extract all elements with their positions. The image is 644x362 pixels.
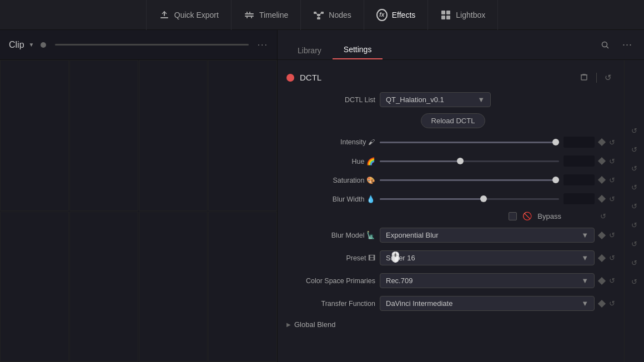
nav-nodes[interactable]: Nodes [301,0,364,30]
reload-dctl-btn[interactable]: Reload DCTL [421,113,486,128]
transfer-fn-keyframe-btn[interactable] [598,299,606,307]
reset-intensity[interactable]: ↺ [625,121,644,140]
reset-bypass-icon[interactable]: ↺ [631,202,637,210]
svg-rect-5 [249,12,250,13]
dctl-enable-toggle[interactable] [286,74,294,82]
color-space-reset-btn[interactable]: ↺ [609,276,615,285]
saturation-slider-fill [380,179,559,181]
tab-library[interactable]: Library [286,30,333,59]
reset-transfer-fn-icon[interactable]: ↺ [631,278,637,286]
main-layout: Clip ▼ ··· Library Settings [0,30,644,362]
dctl-header: DCTL ↺ [278,67,624,88]
intensity-value[interactable]: 1.000 [564,137,595,148]
reset-saturation-icon[interactable]: ↺ [631,164,637,173]
global-blend-row[interactable]: ▶ Global Blend [278,315,624,334]
hue-reset-btn[interactable]: ↺ [609,157,615,165]
clip-header: Clip ▼ ··· [0,30,277,60]
search-btn[interactable] [597,37,613,53]
saturation-keyframe-btn[interactable] [598,176,606,184]
hue-slider-thumb[interactable] [457,158,464,164]
tab-settings[interactable]: Settings [333,30,383,59]
dctl-undo-btn[interactable]: ↺ [601,72,615,84]
intensity-slider-thumb[interactable] [552,139,559,145]
clip-more-btn[interactable]: ··· [258,40,268,50]
reset-blur-model[interactable]: ↺ [625,215,644,234]
reset-blur-model-icon[interactable]: ↺ [631,221,637,229]
global-blend-label: Global Blend [294,320,335,329]
intensity-controls: 1.000 [380,137,595,148]
hue-slider[interactable] [380,160,559,162]
color-space-dropdown[interactable]: Rec.709 ▼ [380,273,595,288]
tabs-bar: Library Settings ··· [278,30,644,60]
intensity-keyframe-btn[interactable] [598,138,606,146]
reset-hue-icon[interactable]: ↺ [631,145,637,154]
preset-reset-btn[interactable]: ↺ [609,254,615,262]
clip-label: Clip [9,40,24,50]
saturation-reset-btn[interactable]: ↺ [609,176,615,184]
reset-intensity-icon[interactable]: ↺ [631,127,637,135]
saturation-slider[interactable] [380,179,559,181]
nav-quick-export-label: Quick Export [174,11,219,19]
blur-width-value[interactable]: 1.000 [564,193,595,204]
transfer-fn-row: Transfer Function DaVinci Intermediate ▼… [286,292,615,315]
blur-width-reset-btn[interactable]: ↺ [609,195,615,203]
more-options-btn[interactable]: ··· [620,37,635,53]
nav-lightbox[interactable]: Lightbox [428,0,498,30]
reset-color-space-icon[interactable]: ↺ [631,259,637,267]
preset-keyframe-btn[interactable] [598,254,606,262]
clip-chevron-icon[interactable]: ▼ [29,42,34,48]
svg-rect-16 [446,11,450,14]
blur-model-keyframe-btn[interactable] [598,231,606,239]
reset-preset[interactable]: ↺ [625,234,644,253]
transfer-fn-label: Transfer Function [286,300,375,308]
svg-rect-6 [246,17,248,18]
clip-slider[interactable] [55,44,248,46]
reset-saturation[interactable]: ↺ [625,159,644,178]
transfer-fn-dropdown[interactable]: DaVinci Intermediate ▼ [380,296,595,311]
intensity-slider[interactable] [380,142,559,143]
nav-effects-label: Effects [392,11,416,19]
intensity-reset-btn[interactable]: ↺ [609,138,615,147]
bypass-checkbox[interactable] [509,212,517,220]
nav-timeline[interactable]: Timeline [232,0,301,30]
hue-value[interactable]: 0.0 [564,155,595,167]
dctl-list-dropdown[interactable]: QT_Halation_v0.1 ▼ [380,92,491,107]
blur-width-slider-thumb[interactable] [480,195,487,202]
preset-row: Preset 🎞 Super 16 ▼ ↺ 🖱️ [286,247,615,269]
preset-label: Preset 🎞 [286,254,375,262]
transfer-fn-reset-btn[interactable]: ↺ [609,299,615,308]
saturation-slider-thumb[interactable] [552,177,559,183]
saturation-value[interactable]: 1.000 [564,174,595,185]
reset-hue[interactable]: ↺ [625,140,644,159]
blur-width-controls: 1.000 [380,193,595,204]
color-space-label: Color Space Primaries [286,277,375,285]
bypass-row: 🚫 Bypass ↺ [286,208,615,224]
blur-model-reset-btn[interactable]: ↺ [609,231,615,239]
global-blend-chevron-icon: ▶ [286,321,291,328]
spacer-reload [625,102,644,121]
intensity-slider-fill [380,142,559,143]
blur-model-dropdown[interactable]: Exponential Blur ▼ [380,228,595,243]
clip-cell-2 [69,60,138,211]
blur-width-slider[interactable] [380,198,559,200]
hue-label: Hue 🌈 [286,157,375,165]
nav-quick-export[interactable]: Quick Export [146,0,232,30]
reset-preset-icon[interactable]: ↺ [631,240,637,248]
blur-width-keyframe-btn[interactable] [598,195,606,203]
nodes-icon [313,9,324,21]
clip-cell-1 [0,60,69,211]
bypass-reset-btn[interactable]: ↺ [600,212,606,220]
clip-grid [0,60,277,362]
svg-rect-0 [160,17,168,18]
preset-dropdown[interactable]: Super 16 ▼ [380,250,595,265]
reset-blur-width-icon[interactable]: ↺ [631,183,637,192]
dctl-delete-btn[interactable] [576,71,592,84]
effects-icon: fx [376,9,388,21]
nav-effects[interactable]: fx Effects [364,0,429,30]
reset-color-space[interactable]: ↺ [625,253,644,272]
hue-keyframe-btn[interactable] [598,157,606,165]
reset-bypass[interactable]: ↺ [625,197,644,215]
color-space-keyframe-btn[interactable] [598,276,606,284]
reset-transfer-fn[interactable]: ↺ [625,272,644,291]
reset-blur-width[interactable]: ↺ [625,178,644,197]
